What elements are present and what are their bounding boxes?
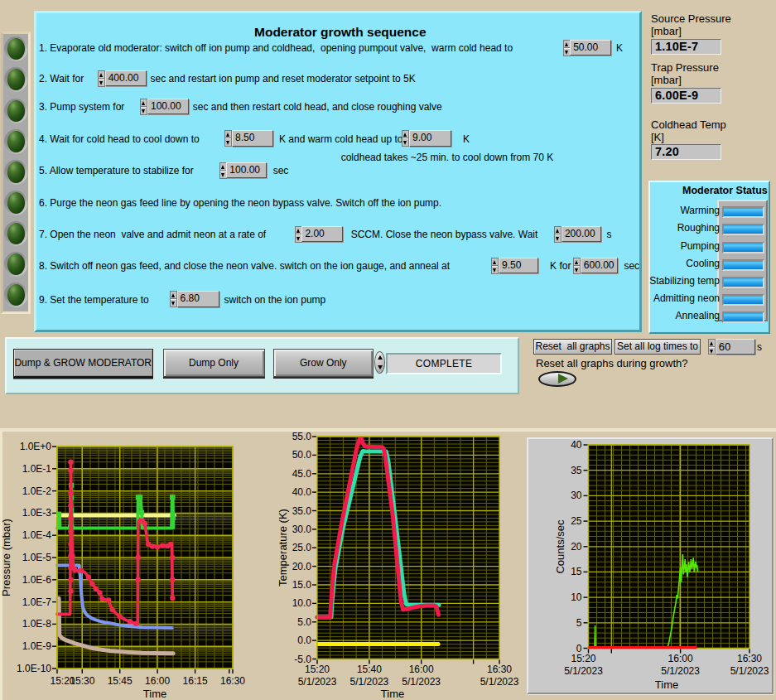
svg-text:1.0E-2: 1.0E-2 xyxy=(22,485,52,497)
svg-text:5: 5 xyxy=(576,617,582,629)
svg-text:1.0E-7: 1.0E-7 xyxy=(22,596,52,608)
svg-text:40: 40 xyxy=(571,439,582,451)
svg-text:5/1/2023: 5/1/2023 xyxy=(730,665,769,677)
svg-text:5/1/2023: 5/1/2023 xyxy=(480,676,519,688)
svg-text:5.0: 5.0 xyxy=(297,616,311,628)
svg-text:16:30: 16:30 xyxy=(220,675,245,687)
svg-text:Time: Time xyxy=(655,678,678,691)
svg-text:15.0: 15.0 xyxy=(292,579,312,591)
svg-text:1.0E+0: 1.0E+0 xyxy=(20,441,52,452)
svg-text:35.0: 35.0 xyxy=(292,505,312,517)
svg-text:10.0: 10.0 xyxy=(292,597,312,609)
svg-text:1.0E-8: 1.0E-8 xyxy=(22,618,52,630)
svg-text:25: 25 xyxy=(571,515,582,527)
svg-text:1.0E-6: 1.0E-6 xyxy=(22,574,52,586)
svg-text:15: 15 xyxy=(571,566,582,577)
svg-text:15:40: 15:40 xyxy=(357,664,382,675)
svg-text:5/1/2023: 5/1/2023 xyxy=(402,676,441,688)
svg-text:30: 30 xyxy=(571,490,582,501)
svg-text:1.0E-3: 1.0E-3 xyxy=(22,507,52,519)
svg-text:20.0: 20.0 xyxy=(292,561,312,572)
svg-text:35: 35 xyxy=(571,465,582,476)
svg-text:16:30: 16:30 xyxy=(487,664,512,675)
svg-text:Time: Time xyxy=(143,688,166,700)
svg-text:5/1/2023: 5/1/2023 xyxy=(350,676,389,688)
svg-text:50.0: 50.0 xyxy=(292,449,312,461)
svg-text:16:15: 16:15 xyxy=(183,675,208,687)
svg-text:16:30: 16:30 xyxy=(737,653,762,664)
svg-text:16:00: 16:00 xyxy=(409,664,434,675)
svg-text:5/1/2023: 5/1/2023 xyxy=(564,665,603,677)
svg-text:0.0: 0.0 xyxy=(297,635,311,646)
svg-text:1.0E-4: 1.0E-4 xyxy=(22,529,52,541)
svg-text:15:20: 15:20 xyxy=(571,653,595,664)
svg-text:Time: Time xyxy=(381,688,404,700)
svg-text:15:30: 15:30 xyxy=(70,675,94,687)
svg-text:40.0: 40.0 xyxy=(292,486,312,498)
svg-text:15:20: 15:20 xyxy=(305,664,330,675)
svg-text:45.0: 45.0 xyxy=(292,468,312,480)
svg-text:Temperature (K): Temperature (K) xyxy=(277,509,289,587)
svg-text:10: 10 xyxy=(571,591,582,603)
svg-text:Pressure (mbar): Pressure (mbar) xyxy=(0,519,12,596)
svg-text:1.0E-10: 1.0E-10 xyxy=(17,663,51,674)
svg-text:Counts/sec: Counts/sec xyxy=(554,519,566,574)
svg-text:55.0: 55.0 xyxy=(292,431,312,442)
svg-text:1.0E-1: 1.0E-1 xyxy=(22,463,52,475)
svg-text:1.0E-5: 1.0E-5 xyxy=(22,552,52,563)
svg-text:16:00: 16:00 xyxy=(145,675,170,687)
svg-text:15:45: 15:45 xyxy=(108,675,133,687)
svg-text:1.0E-9: 1.0E-9 xyxy=(22,640,52,652)
svg-text:30.0: 30.0 xyxy=(292,524,312,535)
svg-text:16:00: 16:00 xyxy=(668,653,693,664)
svg-text:25.0: 25.0 xyxy=(292,542,312,553)
svg-text:20: 20 xyxy=(571,541,582,553)
svg-text:5/1/2023: 5/1/2023 xyxy=(298,676,337,688)
svg-text:5/1/2023: 5/1/2023 xyxy=(661,665,700,677)
